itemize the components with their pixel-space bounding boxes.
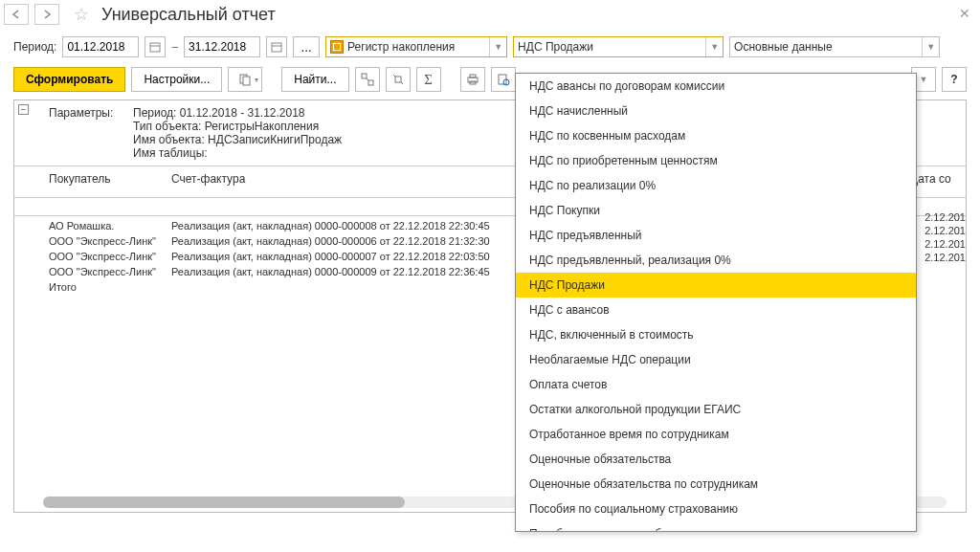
svg-rect-0 — [150, 43, 160, 52]
settings-button[interactable]: Настройки... — [131, 67, 222, 92]
date-separator: – — [171, 40, 178, 54]
calendar-from-button[interactable] — [145, 36, 166, 57]
chevron-down-icon[interactable]: ▼ — [489, 37, 506, 56]
cell-date: 2.12.201 — [924, 237, 966, 251]
cell-date: 2.12.201 — [924, 210, 966, 224]
params-tablename: Имя таблицы: — [133, 146, 208, 160]
dropdown-item[interactable]: Пособия по уходу за ребенком — [516, 521, 916, 532]
dropdown-item[interactable]: НДС по косвенным расходам — [516, 123, 916, 148]
date-to-input[interactable] — [184, 36, 260, 57]
dropdown-item[interactable]: Отработанное время по сотрудникам — [516, 422, 916, 447]
dropdown-item[interactable]: Остатки алкогольной продукции ЕГАИС — [516, 397, 916, 422]
cell-buyer: ООО "Экспресс-Линк" — [49, 264, 171, 279]
cell-date: 2.12.201 — [924, 224, 966, 237]
dropdown-item[interactable]: НДС по приобретенным ценностям — [516, 148, 916, 173]
col-buyer-header: Покупатель — [49, 172, 171, 186]
preview-button[interactable] — [491, 67, 516, 92]
close-button[interactable]: ✕ — [959, 6, 970, 21]
table-name-text: Основные данные — [734, 40, 922, 54]
dropdown-item[interactable]: Оценочные обязательства — [516, 447, 916, 472]
params-label: Параметры: — [49, 106, 133, 120]
svg-rect-8 — [395, 77, 401, 82]
generate-button[interactable]: Сформировать — [13, 67, 125, 92]
collapse-toggle[interactable]: − — [18, 104, 29, 115]
dropdown-item[interactable]: НДС, включенный в стоимость — [516, 322, 916, 347]
register-name-combo[interactable]: НДС Продажи ▼ — [513, 36, 724, 57]
cell-buyer: ООО "Экспресс-Линк" — [49, 233, 171, 249]
dropdown-item[interactable]: НДС с авансов — [516, 298, 916, 322]
register-icon — [330, 40, 344, 54]
dropdown-item[interactable]: НДС предъявленный — [516, 223, 916, 248]
chevron-down-icon[interactable]: ▼ — [705, 37, 723, 56]
period-dialog-button[interactable]: ... — [293, 36, 320, 57]
sum-button[interactable]: Σ — [416, 67, 441, 92]
register-name-text: НДС Продажи — [518, 40, 705, 54]
collapse-all-button[interactable] — [386, 67, 411, 92]
date-from-input[interactable] — [62, 36, 139, 57]
svg-rect-2 — [272, 43, 281, 52]
register-type-combo[interactable]: Регистр накопления ▼ — [325, 36, 507, 57]
calendar-to-button[interactable] — [266, 36, 287, 57]
dropdown-item[interactable]: НДС Продажи — [516, 273, 916, 298]
col-date-header: Дата со — [910, 172, 962, 186]
copy-split-button[interactable] — [228, 67, 262, 92]
params-objtype: Тип объекта: РегистрыНакопления — [133, 120, 319, 133]
dropdown-item[interactable]: Оценочные обязательства по сотрудникам — [516, 472, 916, 497]
svg-rect-10 — [470, 75, 476, 77]
params-objname: Имя объекта: НДСЗаписиКнигиПродаж — [133, 133, 342, 146]
cell-buyer: ООО "Экспресс-Линк" — [49, 249, 171, 264]
dropdown-item[interactable]: Необлагаемые НДС операции — [516, 347, 916, 372]
total-label: Итого — [49, 279, 171, 295]
dropdown-item[interactable]: НДС авансы по договорам комиссии — [516, 74, 916, 99]
dropdown-item[interactable]: НДС Покупки — [516, 198, 916, 223]
dropdown-item[interactable]: Пособия по социальному страхованию — [516, 497, 916, 521]
back-button[interactable] — [4, 4, 29, 25]
favorite-icon[interactable]: ☆ — [71, 4, 92, 25]
help-button[interactable]: ? — [942, 67, 967, 92]
page-title: Универсальный отчет — [101, 5, 276, 25]
cell-buyer: АО Ромашка. — [49, 218, 171, 233]
forward-button[interactable] — [34, 4, 59, 25]
dropdown-item[interactable]: НДС предъявленный, реализация 0% — [516, 248, 916, 273]
period-label: Период: — [13, 40, 56, 54]
register-type-text: Регистр накопления — [347, 40, 489, 54]
dropdown-item[interactable]: НДС начисленный — [516, 99, 916, 123]
dropdown-item[interactable]: НДС по реализации 0% — [516, 173, 916, 198]
find-button[interactable]: Найти... — [281, 67, 348, 92]
svg-rect-6 — [362, 74, 367, 78]
svg-rect-5 — [243, 77, 250, 85]
cell-date: 2.12.201 — [924, 251, 966, 264]
register-dropdown[interactable]: НДС авансы по договорам комиссииНДС начи… — [515, 73, 917, 532]
table-name-combo[interactable]: Основные данные ▼ — [729, 36, 940, 57]
params-period: Период: 01.12.2018 - 31.12.2018 — [133, 106, 305, 120]
svg-rect-7 — [368, 80, 373, 85]
print-button[interactable] — [460, 67, 485, 92]
chevron-down-icon[interactable]: ▼ — [922, 37, 939, 56]
expand-all-button[interactable] — [355, 67, 380, 92]
dropdown-item[interactable]: Оплата счетов — [516, 372, 916, 397]
